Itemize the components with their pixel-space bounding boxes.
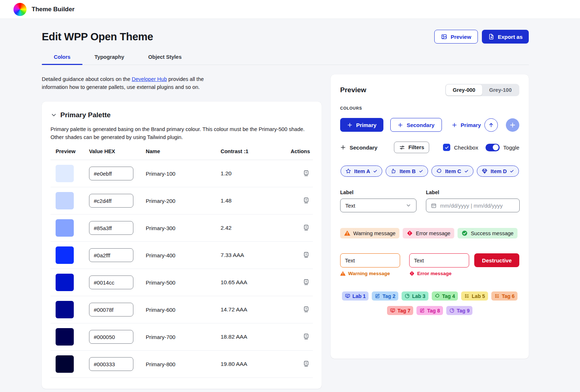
messages-row: Warning message Error message Success me…: [340, 228, 519, 238]
contrast-value: 19.80 AAA: [221, 351, 278, 378]
hex-value-input[interactable]: [89, 330, 133, 344]
preview-button[interactable]: Preview: [434, 30, 478, 44]
colours-section-label: COLOURS: [340, 106, 519, 110]
tab-bar: Colors Typography Object Styles: [42, 54, 529, 65]
warning-triangle-icon: [340, 271, 346, 276]
tags-row-2: Tag 7Tag 8Tag 9: [340, 306, 519, 315]
copy-icon[interactable]: [302, 360, 310, 368]
color-swatch: [56, 355, 74, 373]
pie-chart-icon: [404, 293, 410, 299]
color-swatch: [56, 301, 74, 318]
calendar-icon: [431, 203, 437, 209]
tag-tag-2[interactable]: Tag 2: [372, 291, 398, 301]
tag-tag-6[interactable]: Tag 6: [491, 291, 518, 301]
plus-icon: [347, 122, 353, 128]
contrast-value: 7.33 AAA: [221, 242, 278, 269]
shade-name: Primary-200: [146, 187, 221, 215]
copy-icon[interactable]: [302, 224, 310, 232]
error-text-input[interactable]: [409, 253, 469, 268]
plus-icon: [509, 122, 516, 128]
text-select[interactable]: Text: [340, 199, 416, 212]
chevron-down-icon: [406, 203, 411, 208]
copy-icon[interactable]: [302, 332, 310, 341]
filters-button[interactable]: Filters: [394, 142, 430, 153]
tag-lab-1[interactable]: Lab 1: [342, 291, 369, 301]
segment-grey-100[interactable]: Grey-100: [482, 85, 519, 95]
chip-item-b[interactable]: Item B: [386, 166, 428, 177]
plus-icon: [340, 144, 346, 150]
palette-row: Primary-80019.80 AAA: [51, 351, 313, 378]
thumbs-up-icon: [390, 168, 396, 174]
chevron-down-icon[interactable]: [51, 112, 57, 118]
color-swatch: [56, 165, 74, 182]
clover-icon: [435, 293, 440, 299]
destructive-button[interactable]: Destructive: [474, 253, 519, 267]
contrast-value: 1.48: [221, 187, 278, 215]
check-icon: [444, 145, 449, 150]
primary-button[interactable]: Primary: [340, 118, 383, 132]
tag-tag-7[interactable]: Tag 7: [387, 306, 414, 315]
chip-item-d[interactable]: Item D: [477, 166, 519, 177]
top-bar: Theme Builder: [0, 0, 580, 19]
preview-panel: Preview Grey-000 Grey-100 COLOURS Primar…: [331, 74, 529, 359]
tab-object-styles[interactable]: Object Styles: [136, 54, 194, 65]
shade-name: Primary-500: [146, 269, 221, 296]
export-button[interactable]: Export as: [482, 30, 529, 44]
check-icon: [509, 169, 514, 173]
shade-name: Primary-800: [146, 351, 221, 378]
developer-hub-link[interactable]: Developer Hub: [132, 76, 167, 82]
hex-value-input[interactable]: [89, 221, 133, 235]
palette-table: Preview Value HEX Name Contrast :1 Actio…: [51, 148, 313, 378]
palette-row: Primary-60014.72 AAA: [51, 296, 313, 323]
copy-icon[interactable]: [302, 278, 310, 286]
copy-icon[interactable]: [302, 305, 310, 314]
palette-description: Primary palette is generated basing on t…: [51, 125, 313, 141]
palette-title: Primary Palette: [60, 111, 110, 119]
preview-panel-title: Preview: [340, 86, 366, 94]
add-circle-button[interactable]: [506, 118, 519, 132]
tab-typography[interactable]: Typography: [82, 54, 136, 65]
color-swatch: [56, 274, 74, 291]
tag-tag-8[interactable]: Tag 8: [416, 306, 443, 315]
image-icon: [441, 33, 447, 40]
secondary-button[interactable]: Secondary: [390, 118, 442, 132]
contrast-value: 1.20: [221, 160, 278, 187]
tag-tag-4[interactable]: Tag 4: [432, 291, 458, 301]
palette-row: Primary-3002.42: [51, 215, 313, 242]
chips-row: Item A Item B Item C: [340, 166, 519, 177]
hex-value-input[interactable]: [89, 167, 133, 180]
segment-grey-000[interactable]: Grey-000: [446, 85, 482, 95]
hex-value-input[interactable]: [89, 357, 133, 371]
secondary-text-button[interactable]: Secondary: [340, 144, 378, 151]
copy-icon[interactable]: [302, 196, 310, 205]
hex-value-input[interactable]: [89, 275, 133, 289]
toggle-switch[interactable]: [486, 144, 500, 151]
date-range-input[interactable]: mm/dd/yyyy | mm/dd/yyyy: [426, 199, 520, 212]
hex-value-input[interactable]: [89, 303, 133, 317]
checkbox[interactable]: [443, 144, 450, 151]
chip-item-a[interactable]: Item A: [341, 166, 383, 177]
palette-row: Primary-4007.33 AAA: [51, 242, 313, 269]
plus-icon: [398, 122, 403, 128]
date-placeholder: mm/dd/yyyy | mm/dd/yyyy: [440, 203, 503, 209]
chip-item-c[interactable]: Item C: [431, 166, 474, 177]
shade-name: Primary-100: [146, 160, 221, 187]
palette-row: Primary-2001.48: [51, 187, 313, 215]
tag-tag-9[interactable]: Tag 9: [446, 306, 473, 315]
copy-icon[interactable]: [302, 251, 310, 259]
tag-lab-5[interactable]: Lab 5: [461, 291, 488, 301]
tab-colors[interactable]: Colors: [42, 54, 82, 65]
warning-text-input[interactable]: [340, 253, 400, 268]
success-check-icon: [462, 230, 468, 236]
shade-name: Primary-700: [146, 323, 221, 351]
primary-text-button[interactable]: Primary: [452, 118, 481, 132]
arrow-up-circle-button[interactable]: [484, 118, 498, 132]
hex-value-input[interactable]: [89, 194, 133, 208]
checkbox-label: Checkbox: [454, 144, 478, 151]
contrast-value: 2.42: [221, 215, 278, 242]
input-error-message: Error message: [409, 271, 469, 276]
tag-lab-3[interactable]: Lab 3: [402, 291, 428, 301]
copy-icon[interactable]: [302, 169, 310, 177]
page-header: Edit WPP Open Theme Preview Export as: [42, 30, 529, 44]
hex-value-input[interactable]: [89, 248, 133, 262]
